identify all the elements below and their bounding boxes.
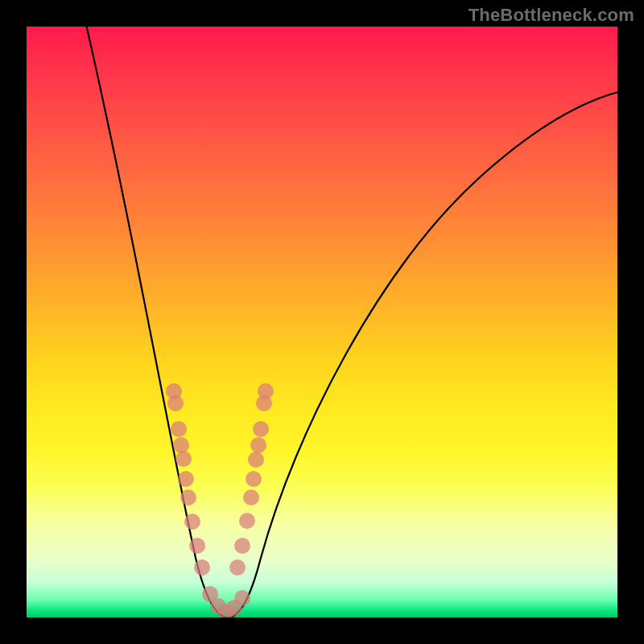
data-point <box>180 489 196 506</box>
plot-area <box>27 27 617 617</box>
bottleneck-curve <box>83 27 617 617</box>
data-point <box>173 437 189 453</box>
data-point <box>234 538 250 554</box>
chart-frame: TheBottleneck.com <box>0 0 644 644</box>
data-point <box>239 513 255 529</box>
dots-left-branch <box>166 383 210 576</box>
watermark-text: TheBottleneck.com <box>469 5 634 26</box>
data-point <box>189 538 205 554</box>
data-point <box>248 452 264 468</box>
data-point <box>171 421 187 437</box>
data-point <box>234 590 250 606</box>
dots-bottom <box>202 586 250 617</box>
data-point <box>253 421 269 437</box>
data-point <box>178 471 194 487</box>
data-point <box>250 437 266 453</box>
data-point <box>229 559 246 576</box>
data-point <box>246 471 262 487</box>
data-point <box>167 395 184 411</box>
data-point <box>194 559 210 576</box>
dots-right-branch <box>229 383 274 576</box>
data-point <box>243 489 259 506</box>
data-point <box>256 395 272 411</box>
data-point <box>184 514 200 530</box>
curve-layer <box>27 27 617 617</box>
data-point <box>175 451 192 467</box>
